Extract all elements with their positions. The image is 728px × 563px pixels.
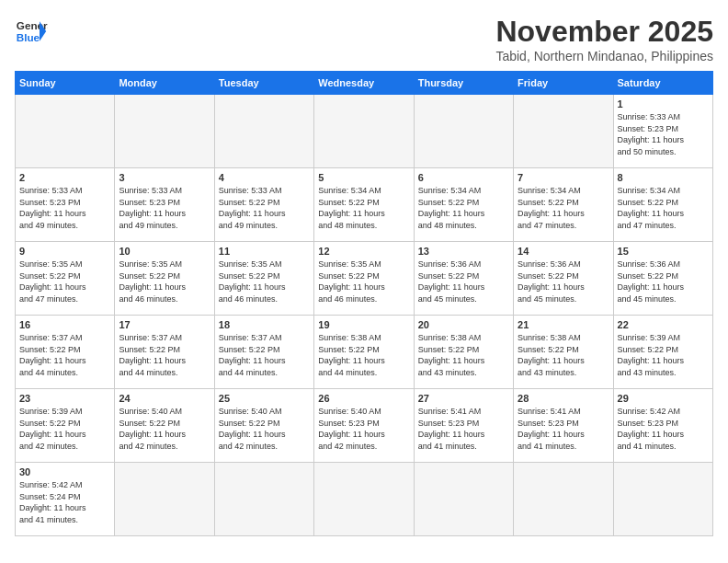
calendar-day-cell: 15Sunrise: 5:36 AM Sunset: 5:22 PM Dayli… [613,242,712,316]
calendar-day-cell: 16Sunrise: 5:37 AM Sunset: 5:22 PM Dayli… [16,316,115,389]
day-number: 3 [119,172,210,183]
logo: General Blue [15,15,48,48]
calendar-day-cell: 24Sunrise: 5:40 AM Sunset: 5:22 PM Dayli… [115,389,214,463]
weekday-header: Monday [115,72,214,95]
day-number: 14 [518,246,609,257]
calendar-day-cell [613,463,712,536]
page-header: General Blue November 2025 Tabid, Northe… [15,15,713,63]
logo-icon: General Blue [15,15,48,48]
day-number: 20 [418,319,509,330]
day-number: 5 [318,172,409,183]
weekday-header: Wednesday [314,72,414,95]
day-info: Sunrise: 5:33 AM Sunset: 5:23 PM Dayligh… [19,185,110,231]
weekday-header: Tuesday [214,72,313,95]
calendar-day-cell: 21Sunrise: 5:38 AM Sunset: 5:22 PM Dayli… [514,316,613,389]
location-subtitle: Tabid, Northern Mindanao, Philippines [495,49,713,63]
weekday-header: Saturday [613,72,712,95]
day-number: 2 [19,172,110,183]
calendar-day-cell: 22Sunrise: 5:39 AM Sunset: 5:22 PM Dayli… [613,316,712,389]
day-info: Sunrise: 5:42 AM Sunset: 5:24 PM Dayligh… [19,479,110,525]
calendar-day-cell [414,95,513,168]
weekday-header: Friday [514,72,613,95]
day-info: Sunrise: 5:34 AM Sunset: 5:22 PM Dayligh… [418,185,509,231]
day-number: 12 [318,246,409,257]
day-info: Sunrise: 5:33 AM Sunset: 5:22 PM Dayligh… [219,185,310,231]
svg-text:Blue: Blue [17,31,40,43]
calendar-day-cell: 1Sunrise: 5:33 AM Sunset: 5:23 PM Daylig… [613,95,712,168]
day-number: 25 [219,393,310,404]
day-number: 9 [19,246,110,257]
calendar-day-cell: 3Sunrise: 5:33 AM Sunset: 5:23 PM Daylig… [115,168,214,242]
calendar-day-cell: 25Sunrise: 5:40 AM Sunset: 5:22 PM Dayli… [214,389,313,463]
calendar-day-cell: 26Sunrise: 5:40 AM Sunset: 5:23 PM Dayli… [314,389,414,463]
day-info: Sunrise: 5:38 AM Sunset: 5:22 PM Dayligh… [518,332,609,378]
day-info: Sunrise: 5:38 AM Sunset: 5:22 PM Dayligh… [318,332,409,378]
calendar-day-cell: 28Sunrise: 5:41 AM Sunset: 5:23 PM Dayli… [514,389,613,463]
day-number: 8 [618,172,709,183]
day-info: Sunrise: 5:39 AM Sunset: 5:22 PM Dayligh… [19,406,110,452]
calendar-day-cell [514,463,613,536]
calendar-day-cell: 10Sunrise: 5:35 AM Sunset: 5:22 PM Dayli… [115,242,214,316]
calendar-week-row: 16Sunrise: 5:37 AM Sunset: 5:22 PM Dayli… [16,316,713,389]
calendar-week-row: 30Sunrise: 5:42 AM Sunset: 5:24 PM Dayli… [16,463,713,536]
day-info: Sunrise: 5:33 AM Sunset: 5:23 PM Dayligh… [119,185,210,231]
day-info: Sunrise: 5:35 AM Sunset: 5:22 PM Dayligh… [119,259,210,304]
calendar-day-cell: 27Sunrise: 5:41 AM Sunset: 5:23 PM Dayli… [414,389,513,463]
calendar-day-cell: 8Sunrise: 5:34 AM Sunset: 5:22 PM Daylig… [613,168,712,242]
calendar-day-cell: 6Sunrise: 5:34 AM Sunset: 5:22 PM Daylig… [414,168,513,242]
calendar-table: SundayMondayTuesdayWednesdayThursdayFrid… [15,71,713,536]
calendar-day-cell [214,463,313,536]
day-number: 1 [618,98,709,109]
calendar-day-cell: 30Sunrise: 5:42 AM Sunset: 5:24 PM Dayli… [16,463,115,536]
calendar-week-row: 23Sunrise: 5:39 AM Sunset: 5:22 PM Dayli… [16,389,713,463]
calendar-day-cell: 18Sunrise: 5:37 AM Sunset: 5:22 PM Dayli… [214,316,313,389]
title-block: November 2025 Tabid, Northern Mindanao, … [495,15,713,63]
day-number: 27 [418,393,509,404]
day-info: Sunrise: 5:33 AM Sunset: 5:23 PM Dayligh… [618,111,709,157]
weekday-header: Thursday [414,72,513,95]
day-number: 11 [219,246,310,257]
calendar-day-cell: 19Sunrise: 5:38 AM Sunset: 5:22 PM Dayli… [314,316,414,389]
day-info: Sunrise: 5:38 AM Sunset: 5:22 PM Dayligh… [418,332,509,378]
calendar-day-cell: 4Sunrise: 5:33 AM Sunset: 5:22 PM Daylig… [214,168,313,242]
calendar-day-cell [314,463,414,536]
month-title: November 2025 [495,15,713,49]
calendar-day-cell: 13Sunrise: 5:36 AM Sunset: 5:22 PM Dayli… [414,242,513,316]
day-info: Sunrise: 5:40 AM Sunset: 5:23 PM Dayligh… [318,406,409,452]
calendar-day-cell: 2Sunrise: 5:33 AM Sunset: 5:23 PM Daylig… [16,168,115,242]
calendar-day-cell [16,95,115,168]
day-info: Sunrise: 5:37 AM Sunset: 5:22 PM Dayligh… [119,332,210,378]
day-info: Sunrise: 5:34 AM Sunset: 5:22 PM Dayligh… [318,185,409,231]
calendar-day-cell: 7Sunrise: 5:34 AM Sunset: 5:22 PM Daylig… [514,168,613,242]
weekday-header-row: SundayMondayTuesdayWednesdayThursdayFrid… [16,72,713,95]
day-info: Sunrise: 5:41 AM Sunset: 5:23 PM Dayligh… [418,406,509,452]
calendar-day-cell: 29Sunrise: 5:42 AM Sunset: 5:23 PM Dayli… [613,389,712,463]
calendar-week-row: 1Sunrise: 5:33 AM Sunset: 5:23 PM Daylig… [16,95,713,168]
day-info: Sunrise: 5:35 AM Sunset: 5:22 PM Dayligh… [219,259,310,304]
calendar-day-cell [115,463,214,536]
day-number: 23 [19,393,110,404]
calendar-day-cell: 5Sunrise: 5:34 AM Sunset: 5:22 PM Daylig… [314,168,414,242]
calendar-day-cell: 14Sunrise: 5:36 AM Sunset: 5:22 PM Dayli… [514,242,613,316]
day-number: 16 [19,319,110,330]
day-number: 26 [318,393,409,404]
day-number: 21 [518,319,609,330]
day-number: 24 [119,393,210,404]
day-number: 18 [219,319,310,330]
day-info: Sunrise: 5:37 AM Sunset: 5:22 PM Dayligh… [19,332,110,378]
day-number: 7 [518,172,609,183]
day-number: 22 [618,319,709,330]
day-info: Sunrise: 5:39 AM Sunset: 5:22 PM Dayligh… [618,332,709,378]
calendar-day-cell: 12Sunrise: 5:35 AM Sunset: 5:22 PM Dayli… [314,242,414,316]
day-info: Sunrise: 5:35 AM Sunset: 5:22 PM Dayligh… [318,259,409,304]
day-info: Sunrise: 5:42 AM Sunset: 5:23 PM Dayligh… [618,406,709,452]
day-info: Sunrise: 5:34 AM Sunset: 5:22 PM Dayligh… [518,185,609,231]
calendar-day-cell: 23Sunrise: 5:39 AM Sunset: 5:22 PM Dayli… [16,389,115,463]
day-number: 19 [318,319,409,330]
day-number: 6 [418,172,509,183]
day-number: 17 [119,319,210,330]
calendar-day-cell: 9Sunrise: 5:35 AM Sunset: 5:22 PM Daylig… [16,242,115,316]
weekday-header: Sunday [16,72,115,95]
day-info: Sunrise: 5:41 AM Sunset: 5:23 PM Dayligh… [518,406,609,452]
day-number: 28 [518,393,609,404]
